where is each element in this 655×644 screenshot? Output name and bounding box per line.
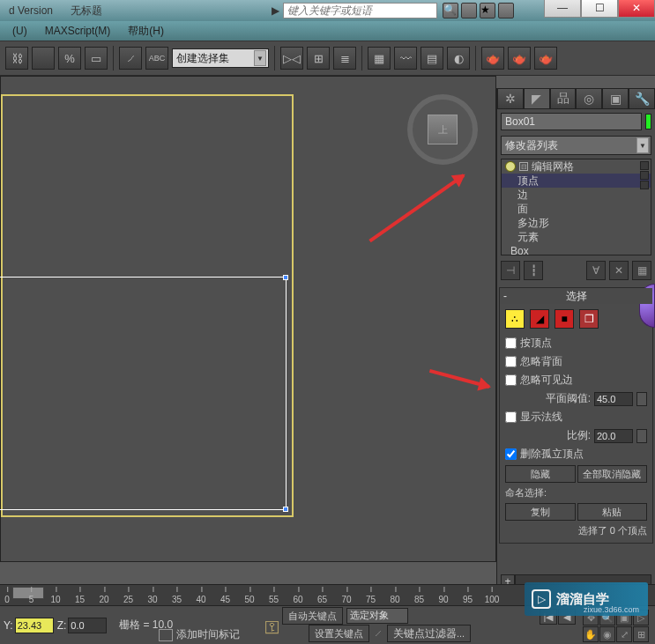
set-key-button[interactable]: 设置关键点: [309, 625, 369, 642]
dropdown-arrow-icon[interactable]: [254, 50, 266, 66]
collapse-icon[interactable]: -: [503, 290, 507, 302]
paste-button[interactable]: 粘贴: [577, 503, 648, 521]
dropdown-arrow-icon[interactable]: [636, 137, 649, 153]
spinner-buttons[interactable]: [636, 429, 647, 443]
render-icon[interactable]: 🫖: [534, 47, 557, 70]
maximize-viewport-icon[interactable]: ⊞: [633, 626, 649, 642]
stack-item-base[interactable]: Box: [502, 244, 651, 258]
time-tag-icon[interactable]: [159, 629, 173, 641]
collapse-icon[interactable]: ⊟: [519, 162, 528, 171]
tab-create[interactable]: ✲: [497, 88, 524, 109]
planar-thresh-label: 平面阈值:: [546, 391, 591, 406]
active-viewport[interactable]: [1, 94, 294, 517]
stack-subitem-edge[interactable]: 边: [502, 188, 651, 202]
stack-scroll-icon[interactable]: [640, 161, 649, 170]
stack-item-edit-mesh[interactable]: ⊟ 编辑网格: [502, 159, 651, 174]
menu-help[interactable]: 帮助(H): [119, 24, 173, 39]
minimize-button[interactable]: —: [544, 0, 581, 18]
y-coord-field[interactable]: [15, 618, 54, 633]
subobj-element-button[interactable]: ❐: [579, 309, 599, 329]
tab-motion[interactable]: ◎: [576, 88, 602, 109]
selection-lock-icon[interactable]: ⟋: [119, 47, 142, 70]
schematic-icon[interactable]: ▤: [421, 47, 443, 70]
maximize-button[interactable]: ☐: [581, 0, 618, 18]
help-icon[interactable]: [498, 3, 514, 19]
named-selection-dropdown[interactable]: 创建选择集: [172, 48, 269, 68]
favorites-icon[interactable]: ★: [480, 3, 495, 19]
hide-button[interactable]: 隐藏: [505, 465, 576, 483]
search-input[interactable]: [283, 3, 437, 19]
subobj-polygon-button[interactable]: ■: [555, 309, 574, 329]
render-frame-icon[interactable]: 🫖: [508, 47, 531, 70]
stack-scroll-icon[interactable]: [640, 181, 649, 189]
object-color-swatch[interactable]: [645, 114, 651, 130]
key-filters-button[interactable]: 关键点过滤器...: [387, 625, 471, 642]
ignore-backfacing-checkbox[interactable]: 忽略背面: [505, 354, 647, 369]
remove-modifier-icon[interactable]: ✕: [609, 261, 629, 280]
search-chevron-icon[interactable]: ▶: [272, 4, 279, 17]
edit-named-sel-icon[interactable]: ABC: [145, 47, 168, 70]
unhide-all-button[interactable]: 全部取消隐藏: [577, 465, 648, 483]
align-icon[interactable]: ⊞: [307, 47, 330, 70]
pin-stack-icon[interactable]: ⊣: [501, 261, 520, 280]
ignore-visible-edges-checkbox[interactable]: 忽略可见边: [505, 373, 647, 388]
bind-icon[interactable]: %: [58, 47, 81, 70]
tab-hierarchy[interactable]: 品: [550, 88, 577, 109]
add-time-tag-label[interactable]: 添加时间标记: [176, 627, 240, 642]
walk-icon[interactable]: ⤢: [616, 626, 632, 642]
vertex-handle[interactable]: [283, 507, 288, 512]
show-end-result-icon[interactable]: ┇: [524, 261, 543, 280]
key-icon[interactable]: ⚿: [263, 618, 282, 637]
modifier-stack[interactable]: ⊟ 编辑网格 顶点 边 面 多边形 元素 Box: [501, 159, 651, 255]
curve-editor-icon[interactable]: 〰: [394, 47, 417, 70]
stack-subitem-element[interactable]: 元素: [502, 230, 651, 244]
subobj-face-button[interactable]: ◢: [530, 309, 549, 329]
selection-rollout: - 选择 ∴ ╱ ◢ ■ ❐ 按顶点 忽略背面 忽略可见边 平面阈值: 显示法线…: [499, 287, 653, 544]
unlink-icon[interactable]: [32, 47, 55, 70]
key-target-dropdown[interactable]: 选定对象: [346, 608, 408, 624]
tab-display[interactable]: ▣: [602, 88, 629, 109]
configure-sets-icon[interactable]: ▦: [632, 261, 651, 280]
stack-subitem-face[interactable]: 面: [502, 202, 651, 216]
object-name-input[interactable]: [501, 113, 642, 130]
link-icon[interactable]: ⛓: [5, 47, 28, 70]
auto-key-button[interactable]: 自动关键点: [282, 607, 343, 625]
key-filter-icon[interactable]: ⟋: [373, 627, 383, 640]
material-editor-icon[interactable]: ◐: [447, 47, 470, 70]
z-coord-field[interactable]: [68, 618, 107, 633]
planar-thresh-spinner[interactable]: [594, 392, 633, 406]
stack-scroll-icon[interactable]: [640, 171, 649, 180]
layers-icon[interactable]: ≣: [333, 47, 356, 70]
bulb-icon[interactable]: [505, 161, 516, 172]
communication-icon[interactable]: [461, 3, 477, 19]
make-unique-icon[interactable]: ∀: [586, 261, 606, 280]
menu-maxscript[interactable]: MAXScript(M): [36, 25, 120, 37]
menu-u[interactable]: (U): [4, 25, 36, 37]
stack-subitem-vertex[interactable]: 顶点: [502, 174, 651, 188]
copy-button[interactable]: 复制: [505, 503, 576, 521]
view-cube-face[interactable]: 上: [428, 115, 458, 144]
pan-view-icon[interactable]: ✋: [583, 626, 599, 642]
show-normals-checkbox[interactable]: 显示法线: [505, 410, 647, 425]
rollout-header[interactable]: - 选择: [500, 288, 652, 304]
group-icon[interactable]: ▭: [85, 47, 108, 70]
tab-modify[interactable]: ◤: [524, 88, 550, 109]
tab-utilities[interactable]: 🔧: [629, 88, 655, 109]
stack-subitem-polygon[interactable]: 多边形: [502, 216, 651, 230]
by-vertex-checkbox[interactable]: 按顶点: [505, 336, 647, 351]
close-button[interactable]: ✕: [618, 0, 655, 18]
vertex-handle[interactable]: [283, 275, 288, 280]
box-geometry[interactable]: [0, 277, 287, 510]
mirror-icon[interactable]: ▷◁: [280, 47, 303, 70]
view-cube[interactable]: 上: [407, 94, 478, 165]
search-icon[interactable]: 🔍: [443, 3, 458, 19]
delete-isolated-checkbox[interactable]: 删除孤立顶点: [505, 447, 647, 462]
graph-editors-icon[interactable]: ▦: [368, 47, 391, 70]
orbit-icon[interactable]: ◉: [599, 626, 615, 642]
scale-spinner[interactable]: [594, 429, 633, 443]
modifier-list-dropdown[interactable]: 修改器列表: [501, 136, 651, 155]
spinner-buttons[interactable]: [636, 392, 647, 406]
title-bar: d Version 无标题 ▶ 🔍 ★ — ☐ ✕: [0, 0, 655, 21]
subobj-vertex-button[interactable]: ∴: [505, 309, 525, 329]
render-setup-icon[interactable]: 🫖: [481, 47, 504, 70]
